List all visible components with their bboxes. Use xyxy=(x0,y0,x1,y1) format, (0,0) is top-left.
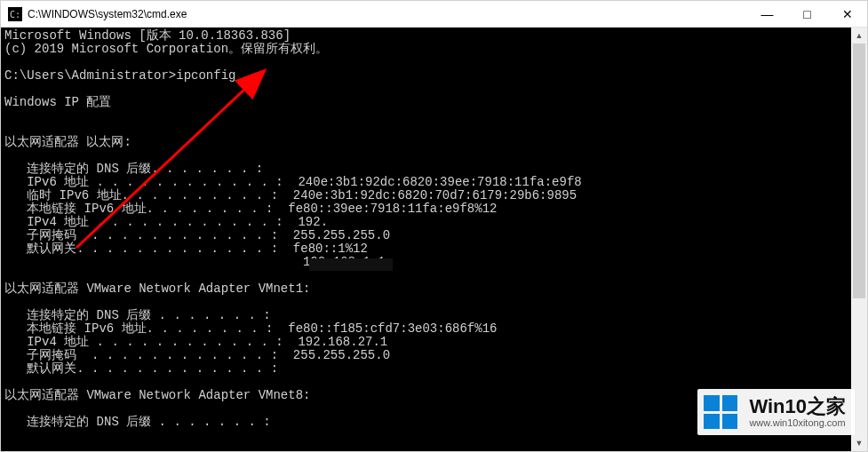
scroll-track[interactable] xyxy=(851,44,867,435)
scroll-thumb[interactable] xyxy=(853,44,865,298)
scroll-down-button[interactable]: ▼ xyxy=(851,435,867,451)
close-button[interactable]: ✕ xyxy=(827,1,867,28)
window-title: C:\WINDOWS\system32\cmd.exe xyxy=(28,8,747,20)
maximize-button[interactable]: □ xyxy=(787,1,827,28)
window-controls: — □ ✕ xyxy=(747,1,867,28)
svg-text:C:: C: xyxy=(10,10,20,20)
terminal-output: Microsoft Windows [版本 10.0.18363.836] (c… xyxy=(4,29,867,429)
watermark-url: www.win10xitong.com xyxy=(749,417,846,428)
scroll-up-button[interactable]: ▲ xyxy=(851,28,867,44)
watermark-brand: Win10之家 xyxy=(749,396,846,417)
watermark-badge: Win10之家 www.win10xitong.com xyxy=(697,389,855,435)
cmd-icon: C: xyxy=(8,7,22,21)
minimize-button[interactable]: — xyxy=(747,1,787,28)
vertical-scrollbar[interactable]: ▲ ▼ xyxy=(851,28,867,451)
window-titlebar: C: C:\WINDOWS\system32\cmd.exe — □ ✕ xyxy=(1,1,867,28)
windows-logo-icon xyxy=(701,393,740,432)
terminal-area[interactable]: Microsoft Windows [版本 10.0.18363.836] (c… xyxy=(1,28,867,451)
